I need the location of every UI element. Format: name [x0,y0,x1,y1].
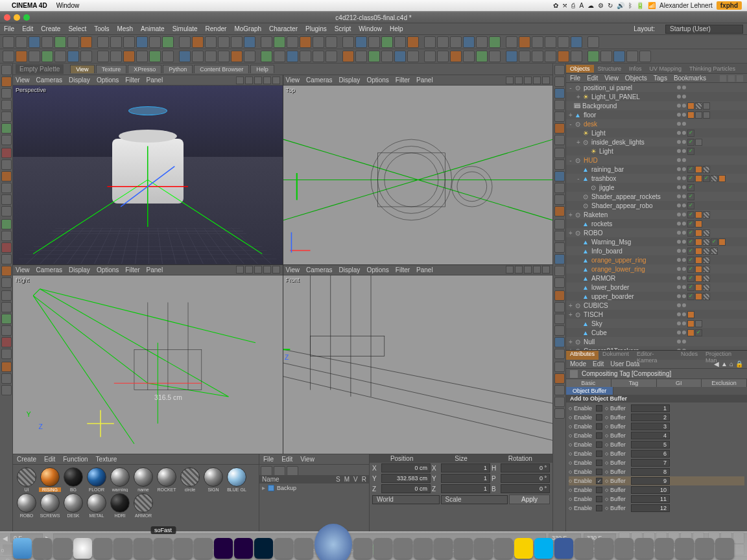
vp-menu-item[interactable]: Filter [125,76,139,84]
menu-mesh[interactable]: Mesh [117,25,133,32]
toolbar-button[interactable] [489,36,501,48]
object-row[interactable]: ⊙jiggle [566,183,747,192]
tag-icon[interactable] [695,248,702,255]
toolbar-button[interactable] [554,76,565,87]
dock-app[interactable] [93,538,112,559]
vp-nav-icon[interactable] [263,266,271,274]
dock-app[interactable] [53,538,72,559]
toolbar-button[interactable] [1,337,12,347]
menu-edit[interactable]: Edit [22,25,33,32]
buffer-number[interactable]: 4 [631,432,670,439]
expand-icon[interactable]: - [567,84,574,91]
object-row[interactable]: ⊙Shader_appear_rockets [566,192,747,201]
dock-app[interactable] [13,538,32,559]
dock-app[interactable] [294,538,313,559]
am-userdata[interactable]: User Data [610,360,639,368]
fp-menu-edit[interactable]: Edit [281,456,292,463]
toolbar-button[interactable] [600,51,612,62]
toolbar-button[interactable] [554,194,565,205]
toolbar-button[interactable] [554,219,565,229]
toolbar-button[interactable] [519,51,530,62]
tag-icon[interactable] [718,175,726,182]
toolbar-button[interactable] [16,51,27,62]
dock-app[interactable] [494,538,513,559]
toolbar-button[interactable] [1,314,12,324]
toolbar-button[interactable] [1,242,12,253]
vp-nav-icon[interactable] [515,76,523,84]
toolbar-button[interactable] [554,266,565,276]
toolbar-button[interactable] [97,51,109,62]
toolbar-button[interactable] [1,111,12,122]
vp-menu-item[interactable]: Cameras [36,266,63,274]
toolbar-button[interactable] [626,51,638,62]
toolbar-button[interactable] [261,36,272,48]
vp-menu-item[interactable]: Filter [125,266,139,274]
tag-icon[interactable] [687,229,694,237]
material-item[interactable]: circle [179,467,201,492]
toolbar-button[interactable] [179,36,191,48]
object-row[interactable]: +☀Light_UI_PANEL [566,92,747,101]
expand-icon[interactable]: + [575,139,582,146]
pos-input[interactable]: 332.583 cm [381,474,431,483]
material-item[interactable]: ARMOR [132,493,154,518]
tab-nodes[interactable]: Nodes [677,351,702,360]
expand-icon[interactable]: + [567,338,574,345]
toolbar-button[interactable] [554,314,565,324]
object-row[interactable]: +▲floor [566,110,747,119]
toolbar-button[interactable] [554,277,565,288]
toolbar-button[interactable] [1,88,12,99]
tag-icon[interactable] [687,211,694,218]
object-row[interactable]: -⊙position_ui panel [566,83,747,92]
object-row[interactable]: ▲Cube [566,328,747,337]
tab-dokument[interactable]: Dokument [599,351,633,360]
toolbar-button[interactable] [1,183,12,193]
toolbar-button[interactable] [437,36,449,48]
vp-menu-item[interactable]: Display [69,76,90,84]
vp-nav-icon[interactable] [245,76,253,84]
vp-menu-item[interactable]: Cameras [306,266,333,274]
tag-icon[interactable] [695,166,702,173]
tag-icon[interactable] [695,211,702,218]
dock-app[interactable] [234,538,253,559]
toolbar-button[interactable] [554,349,565,359]
tag-icon[interactable] [687,184,694,191]
expand-icon[interactable]: + [567,302,574,309]
toolbar-button[interactable] [136,36,148,48]
enable-checkbox[interactable] [596,423,602,430]
buffer-number[interactable]: 7 [631,459,670,467]
toolbar-button[interactable] [407,36,419,48]
tag-icon[interactable] [687,329,694,336]
tab-uv[interactable]: UV Mapping [646,65,686,73]
toolbar-button[interactable] [231,51,243,62]
tag-icon[interactable] [687,102,694,110]
toolbar-button[interactable] [394,36,406,48]
enable-checkbox[interactable] [596,432,602,439]
minimize-button[interactable] [14,14,20,21]
toolbar-button[interactable] [1,266,12,276]
toolbar-button[interactable] [110,51,122,62]
vp-menu-item[interactable]: Options [97,76,119,84]
object-row[interactable]: ▲raining_bar [566,165,747,174]
toolbar-button[interactable] [554,148,565,158]
toolbar-button[interactable] [162,51,174,62]
viewport-perspective[interactable]: ViewCamerasDisplayOptionsFilterPanel Per… [13,75,283,264]
toolbar-button[interactable] [381,36,393,48]
vp-nav-icon[interactable] [236,266,244,274]
dock-app[interactable] [214,538,233,559]
user-name[interactable]: Alexander Lehnert [659,2,713,9]
tag-icon[interactable] [687,284,694,291]
tag-icon[interactable] [703,229,710,237]
toolbar-button[interactable] [554,123,565,134]
toolbar-button[interactable] [67,36,79,48]
toolbar-button[interactable] [554,100,565,110]
material-item[interactable]: ROBO [16,493,38,518]
toolbar-button[interactable] [1,325,12,336]
vp-menu-item[interactable]: Filter [396,76,410,84]
vp-menu-item[interactable]: Panel [147,76,163,84]
status-icon[interactable]: ☁ [587,2,594,9]
toolbar-button[interactable] [554,135,565,145]
tag-icon[interactable] [687,166,694,173]
dock-app[interactable] [254,538,273,559]
toolbar-button[interactable] [554,408,565,419]
toolbar-button[interactable] [42,51,53,62]
